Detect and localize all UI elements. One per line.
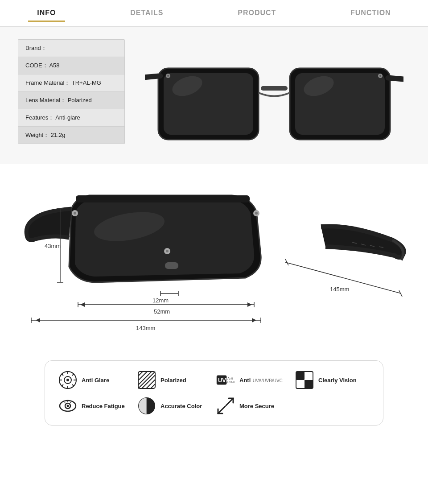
nav-product[interactable]: PRODUCT bbox=[229, 5, 285, 21]
svg-text:43mm: 43mm bbox=[45, 243, 61, 249]
svg-line-63 bbox=[138, 372, 147, 380]
svg-point-10 bbox=[167, 75, 169, 77]
svg-rect-76 bbox=[305, 372, 313, 380]
svg-rect-14 bbox=[165, 262, 178, 269]
svg-line-48 bbox=[399, 290, 402, 297]
info-row-code: CODE： A58 bbox=[18, 57, 124, 74]
svg-text:145mm: 145mm bbox=[330, 286, 349, 293]
info-row-lens: Lens Material： Polarized bbox=[18, 92, 124, 109]
svg-text:Anti: Anti bbox=[227, 376, 233, 380]
anti-uv-label: Anti bbox=[239, 377, 251, 384]
product-front-image bbox=[138, 39, 410, 155]
feature-polarized: Polarized bbox=[137, 371, 212, 389]
polarized-label: Polarized bbox=[160, 377, 186, 384]
nav-function[interactable]: FUNCTION bbox=[342, 5, 400, 21]
svg-point-19 bbox=[74, 212, 76, 215]
features-section: Anti Glare Polarized UVB Anti bbox=[0, 351, 428, 439]
more-secure-label: More Secure bbox=[239, 403, 274, 409]
svg-line-89 bbox=[226, 398, 233, 405]
svg-marker-37 bbox=[80, 302, 85, 307]
info-row-frame: Frame Material： TR+AL-MG bbox=[18, 74, 124, 92]
svg-text:52mm: 52mm bbox=[154, 308, 170, 315]
anti-glare-label: Anti Glare bbox=[82, 377, 109, 384]
accurate-color-icon bbox=[137, 397, 156, 415]
svg-point-12 bbox=[379, 75, 381, 77]
svg-point-80 bbox=[67, 405, 69, 407]
nav-details[interactable]: DETAILS bbox=[121, 5, 172, 21]
navigation: INFO DETAILS PRODUCT FUNCTION bbox=[0, 0, 428, 27]
info-table: Brand： CODE： A58 Frame Material： TR+AL-M… bbox=[18, 39, 125, 144]
svg-line-60 bbox=[62, 384, 63, 386]
feature-clearly-vision: Clearly Vision bbox=[295, 371, 370, 389]
svg-point-17 bbox=[166, 250, 169, 252]
info-row-brand: Brand： bbox=[18, 40, 124, 57]
svg-line-83 bbox=[70, 402, 71, 403]
polarized-icon bbox=[137, 371, 156, 389]
svg-line-67 bbox=[146, 380, 155, 388]
svg-line-59 bbox=[72, 374, 74, 376]
info-row-weight: Weight： 21.2g bbox=[18, 127, 124, 144]
nav-info[interactable]: INFO bbox=[28, 5, 65, 22]
svg-marker-38 bbox=[247, 302, 252, 307]
svg-line-58 bbox=[72, 384, 74, 386]
svg-text:12mm: 12mm bbox=[152, 297, 169, 304]
accurate-color-label: Accurate Color bbox=[160, 403, 202, 409]
svg-rect-15 bbox=[76, 195, 250, 202]
dimensions-section: 43mm 12mm 52mm 143mm 145mm bbox=[0, 164, 428, 351]
more-secure-icon bbox=[216, 397, 235, 415]
feature-more-secure: More Secure bbox=[216, 397, 291, 415]
svg-rect-77 bbox=[296, 380, 305, 388]
reduce-fatigue-icon bbox=[58, 397, 77, 415]
reduce-fatigue-label: Reduce Fatigue bbox=[82, 403, 125, 409]
clearly-vision-label: Clearly Vision bbox=[318, 377, 357, 384]
info-section: Brand： CODE： A58 Frame Material： TR+AL-M… bbox=[0, 27, 428, 164]
svg-line-81 bbox=[65, 402, 65, 403]
svg-point-21 bbox=[255, 212, 258, 215]
svg-text:143mm: 143mm bbox=[136, 325, 155, 331]
feature-reduce-fatigue: Reduce Fatigue bbox=[58, 397, 133, 415]
svg-text:UVA/UVB/UVC: UVA/UVB/UVC bbox=[227, 381, 235, 384]
clearly-vision-icon bbox=[295, 371, 314, 389]
svg-marker-44 bbox=[252, 318, 256, 322]
feature-anti-uv: UVB Anti UVA/UVB/UVC Anti UVA/UVB/UVC bbox=[216, 371, 291, 389]
feature-anti-glare: Anti Glare bbox=[58, 371, 133, 389]
svg-rect-0 bbox=[261, 86, 288, 91]
anti-glare-icon bbox=[58, 371, 77, 389]
svg-rect-75 bbox=[305, 380, 313, 388]
svg-marker-43 bbox=[36, 318, 40, 322]
svg-line-57 bbox=[62, 374, 63, 376]
svg-point-52 bbox=[66, 379, 69, 381]
anti-uv-sub: UVA/UVB/UVC bbox=[253, 378, 283, 383]
uvb-icon: UVB Anti UVA/UVB/UVC bbox=[216, 371, 235, 389]
svg-line-86 bbox=[218, 406, 225, 413]
svg-rect-74 bbox=[296, 372, 305, 380]
info-row-features: Features： Anti-glare bbox=[18, 109, 124, 127]
feature-accurate-color: Accurate Color bbox=[137, 397, 212, 415]
features-grid: Anti Glare Polarized UVB Anti bbox=[45, 360, 383, 426]
